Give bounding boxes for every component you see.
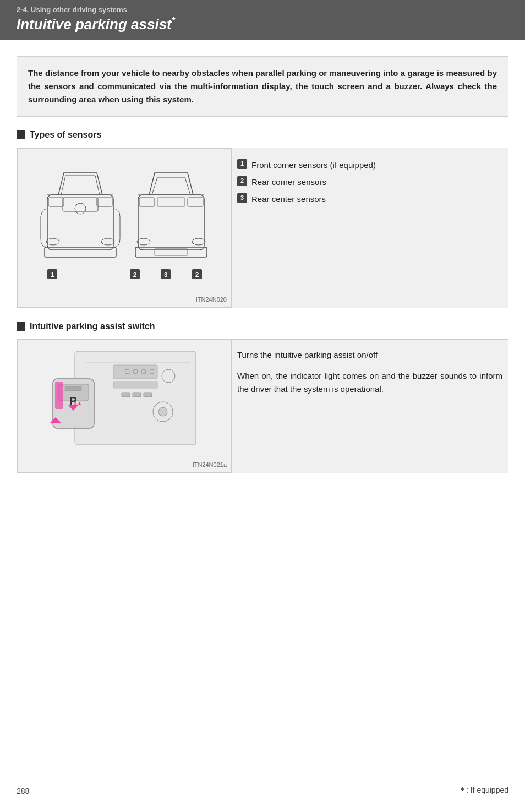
switch-heading: Intuitive parking assist switch	[17, 321, 508, 331]
svg-rect-42	[65, 386, 81, 391]
svg-point-8	[101, 238, 114, 245]
footer-note: ＊: If equipped	[458, 786, 508, 795]
sensor-item-1: 1 Front corner sensors (if equipped)	[237, 159, 502, 171]
svg-rect-28	[113, 365, 157, 379]
svg-rect-2	[48, 198, 64, 206]
switch-description: Turns the intuitive parking assist on/of…	[232, 340, 508, 473]
svg-rect-29	[113, 382, 157, 388]
sensors-heading-text: Types of sensors	[30, 130, 101, 140]
sensors-section-box: 1	[17, 148, 508, 308]
footer-asterisk: ＊	[458, 786, 466, 794]
switch-diagram: P ))▲ ITN24N021a	[17, 340, 232, 473]
sensor-item-3: 3 Rear center sensors	[237, 193, 502, 205]
sensor-1-text: Front corner sensors (if equipped)	[251, 159, 376, 171]
sensor-2-text: Rear corner sensors	[251, 176, 326, 188]
main-content: The distance from your vehicle to nearby…	[0, 40, 525, 495]
sensor-list: 1 Front corner sensors (if equipped) 2 R…	[232, 148, 508, 308]
svg-point-38	[158, 407, 167, 416]
svg-rect-35	[133, 393, 141, 397]
svg-rect-34	[122, 393, 130, 397]
switch-heading-text: Intuitive parking assist switch	[30, 321, 155, 331]
svg-rect-4	[63, 198, 98, 211]
car-diagram-svg: 1	[31, 156, 218, 288]
sensor-3-text: Rear center sensors	[251, 193, 326, 205]
header-subtitle: 2-4. Using other driving systems	[17, 6, 508, 14]
svg-point-7	[46, 238, 59, 245]
svg-text:1: 1	[51, 271, 54, 279]
sensor-badge-1: 1	[237, 159, 247, 169]
svg-text:3: 3	[164, 271, 168, 279]
sensors-heading: Types of sensors	[17, 130, 508, 140]
page-header: 2-4. Using other driving systems Intuiti…	[0, 0, 525, 40]
switch-section-box: P ))▲ ITN24N021a Turns the intuitive par…	[17, 339, 508, 473]
sensor-badge-3: 3	[237, 193, 247, 203]
intro-text: The distance from your vehicle to nearby…	[28, 67, 497, 106]
svg-rect-3	[97, 198, 112, 206]
car-diagram: 1	[17, 148, 232, 308]
svg-point-19	[192, 238, 205, 245]
sensor-badge-2: 2	[237, 176, 247, 186]
switch-desc-1: Turns the intuitive parking assist on/of…	[237, 348, 502, 362]
car-svg-container: 1	[18, 149, 231, 296]
switch-svg-container: P ))▲	[18, 340, 231, 461]
switch-diagram-svg: P ))▲	[42, 346, 207, 456]
svg-rect-36	[144, 393, 152, 397]
sensors-inner-layout: 1	[17, 148, 508, 308]
car-diagram-label: ITN24N020	[18, 296, 231, 303]
svg-point-18	[137, 238, 150, 245]
footer-note-text: : If equipped	[466, 786, 508, 794]
svg-text:2: 2	[133, 271, 137, 279]
switch-diagram-label: ITN24N021a	[18, 461, 231, 468]
svg-rect-11	[138, 195, 204, 250]
svg-rect-14	[188, 198, 203, 206]
svg-rect-13	[139, 198, 155, 206]
switch-inner-layout: P ))▲ ITN24N021a Turns the intuitive par…	[17, 340, 508, 473]
svg-rect-46	[55, 382, 63, 409]
sensor-item-2: 2 Rear corner sensors	[237, 176, 502, 188]
header-title: Intuitive parking assist*	[17, 16, 508, 33]
svg-point-5	[75, 203, 86, 214]
page-number: 288	[17, 787, 29, 795]
switch-desc-2: When on, the indicator light comes on an…	[237, 369, 502, 396]
svg-rect-15	[157, 198, 185, 206]
intro-box: The distance from your vehicle to nearby…	[17, 56, 508, 117]
svg-rect-6	[45, 247, 116, 257]
svg-text:2: 2	[195, 271, 199, 279]
